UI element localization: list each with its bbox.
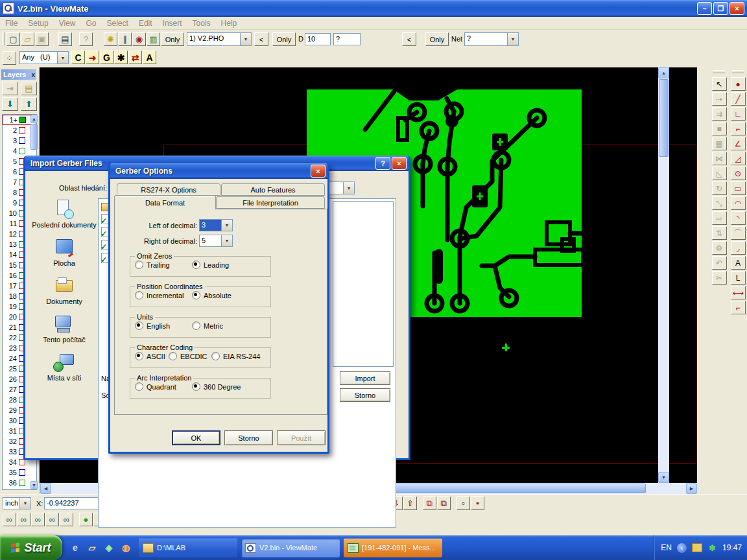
draw-circle[interactable]: ⊙: [731, 167, 746, 180]
radio-ebcdic[interactable]: EBCDIC: [169, 352, 211, 360]
filter-trace[interactable]: ⇄: [128, 51, 142, 64]
view-selection[interactable]: ∞: [45, 513, 59, 526]
menu-item-view[interactable]: View: [59, 19, 76, 28]
folder-quicklaunch[interactable]: ▱: [86, 541, 99, 554]
unit-combo[interactable]: inch ▼: [3, 497, 31, 509]
chevron-down-icon[interactable]: ▼: [221, 235, 232, 246]
draw-corner[interactable]: ⌐: [731, 122, 746, 135]
draw-dimension[interactable]: ⟷: [731, 286, 746, 299]
select-tool[interactable]: ↖: [712, 77, 727, 91]
close-button[interactable]: ×: [729, 2, 744, 15]
view-sketch[interactable]: ∞: [60, 513, 73, 526]
menu-item-help[interactable]: Help: [221, 19, 237, 28]
place-network[interactable]: Místa v síti: [30, 353, 98, 382]
tab-rs274x-options[interactable]: RS274-X Options: [117, 183, 220, 196]
draw-text[interactable]: A: [731, 256, 746, 270]
layer-up[interactable]: ⬆: [21, 97, 37, 111]
open-file[interactable]: ▱: [21, 32, 34, 46]
filter-move[interactable]: ➜: [86, 51, 99, 64]
layer-down[interactable]: ⬇: [2, 97, 18, 111]
draw-rect[interactable]: ▭: [731, 181, 746, 195]
menu-item-insert[interactable]: Insert: [163, 19, 182, 28]
filter-flash[interactable]: ✱: [114, 51, 128, 64]
draw-line[interactable]: ╱: [731, 92, 746, 106]
place-desktop[interactable]: Plocha: [30, 238, 98, 267]
taskbar-task[interactable]: [191-482-091] - Mess...: [344, 539, 442, 557]
draw-arc-cw[interactable]: ⌒: [731, 226, 746, 240]
only-dcode-toggle[interactable]: Only: [272, 32, 296, 46]
close-icon[interactable]: ×: [311, 165, 326, 178]
prev-layer-button[interactable]: <: [254, 32, 268, 46]
chevron-down-icon[interactable]: ▼: [57, 52, 68, 64]
grid-move[interactable]: ⧉: [437, 496, 451, 510]
radio-eia-rs244[interactable]: EIA RS-244: [211, 352, 260, 360]
menu-item-setup[interactable]: Setup: [28, 19, 48, 28]
layers-panel-header[interactable]: Layers x: [1, 69, 36, 80]
radio-incremental[interactable]: Incremental: [135, 291, 192, 299]
place-computer[interactable]: Tento počítač: [30, 314, 98, 344]
chevron-down-icon[interactable]: ▼: [221, 220, 232, 231]
minimize-button[interactable]: –: [697, 2, 712, 15]
scroll-down-button[interactable]: ▼: [658, 472, 669, 483]
radio-english[interactable]: English: [135, 321, 192, 330]
help-icon[interactable]: ?: [375, 157, 390, 170]
dcode-input[interactable]: 10: [305, 33, 331, 45]
close-icon[interactable]: ×: [392, 157, 407, 170]
radio-metric[interactable]: Metric: [192, 321, 223, 330]
pan-up[interactable]: ⇧: [403, 496, 417, 510]
only-net-toggle[interactable]: Only: [425, 32, 449, 46]
radio-ascii[interactable]: ASCII: [135, 352, 169, 360]
filter-g[interactable]: G: [100, 51, 113, 64]
scroll-up-button[interactable]: ▲: [658, 67, 669, 78]
draw-pad[interactable]: ●: [731, 77, 746, 91]
bulb-on[interactable]: ●: [79, 513, 93, 526]
only-layer-toggle[interactable]: Only: [161, 32, 184, 46]
close-icon[interactable]: x: [31, 71, 35, 78]
restore-button[interactable]: ❐: [713, 2, 728, 15]
draw-triangle[interactable]: ◿: [731, 152, 746, 165]
left-of-decimal-combo[interactable]: 3 ▼: [199, 219, 233, 231]
layer-colors[interactable]: ▥: [147, 32, 160, 46]
view-pads[interactable]: ∞: [3, 513, 16, 526]
taskbar-task[interactable]: V2.bin - ViewMate: [241, 539, 340, 557]
menu-item-file[interactable]: File: [5, 19, 18, 28]
print[interactable]: ▤: [58, 32, 72, 46]
ok-button[interactable]: OK: [172, 430, 220, 445]
draw-polyline[interactable]: ∟: [731, 107, 746, 121]
tab-data-format[interactable]: Data Format: [114, 195, 216, 209]
menu-item-edit[interactable]: Edit: [139, 19, 152, 28]
radio-absolute[interactable]: Absolute: [192, 291, 231, 299]
highlight-flash[interactable]: ✺: [104, 32, 117, 46]
view-traces[interactable]: ∞: [17, 513, 30, 526]
filter-text[interactable]: A: [143, 51, 156, 64]
right-of-decimal-combo[interactable]: 5 ▼: [199, 235, 233, 247]
import-button[interactable]: Import: [340, 371, 390, 385]
draw-label[interactable]: L: [731, 271, 746, 285]
tray-collapse-icon[interactable]: ‹: [677, 543, 687, 553]
select-points[interactable]: ▪: [471, 496, 484, 510]
layer-setup[interactable]: ▤: [21, 82, 37, 95]
menu-item-tools[interactable]: Tools: [193, 19, 211, 28]
dcode-query-input[interactable]: ?: [333, 33, 361, 45]
grid-copy[interactable]: ⧉: [423, 496, 436, 510]
message-tray-icon[interactable]: [692, 543, 702, 552]
chevron-down-icon[interactable]: ▼: [19, 498, 30, 509]
layer-select-combo[interactable]: 1) V2.PHO ▼: [187, 32, 252, 46]
prev-net-button[interactable]: <: [402, 32, 416, 46]
menu-item-go[interactable]: Go: [86, 19, 97, 28]
net-select-combo[interactable]: ? ▼: [464, 32, 519, 46]
chevron-down-icon[interactable]: ▼: [240, 33, 251, 45]
ie-quicklaunch[interactable]: e: [69, 541, 82, 554]
view-polygons[interactable]: ∞: [31, 513, 45, 526]
pad-filter[interactable]: ⁘: [3, 51, 16, 65]
taskbar-task[interactable]: D:\MLAB: [139, 539, 237, 557]
any-filter-combo[interactable]: Any (U) ▼: [19, 51, 69, 64]
v-scroll-thumb[interactable]: [659, 79, 669, 157]
menu-item-select[interactable]: Select: [107, 19, 128, 28]
draw-bend[interactable]: ⌐: [731, 301, 746, 314]
import-cancel-button[interactable]: Storno: [340, 388, 390, 402]
select-dcode[interactable]: ◉: [132, 32, 146, 46]
radio-quadrant[interactable]: Quadrant: [135, 382, 192, 391]
chevron-down-icon[interactable]: ▼: [343, 182, 354, 194]
new-file[interactable]: ▢: [6, 32, 20, 46]
